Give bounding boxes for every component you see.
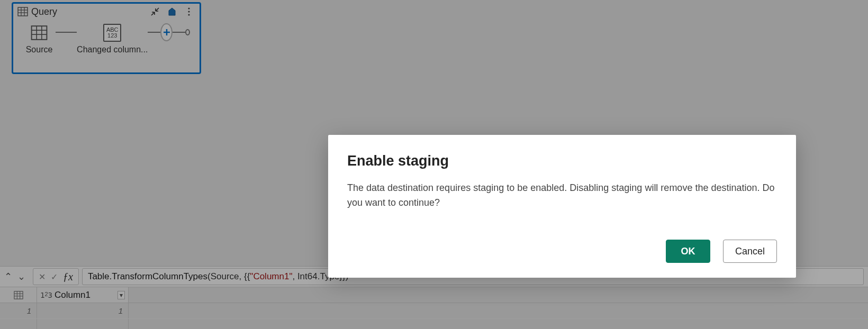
- dialog-body: The data destination requires staging to…: [347, 181, 777, 240]
- cancel-button[interactable]: Cancel: [723, 240, 777, 263]
- dialog-title: Enable staging: [347, 153, 777, 169]
- dialog-button-row: OK Cancel: [347, 240, 777, 263]
- enable-staging-dialog: Enable staging The data destination requ…: [328, 135, 796, 278]
- ok-button[interactable]: OK: [666, 240, 710, 263]
